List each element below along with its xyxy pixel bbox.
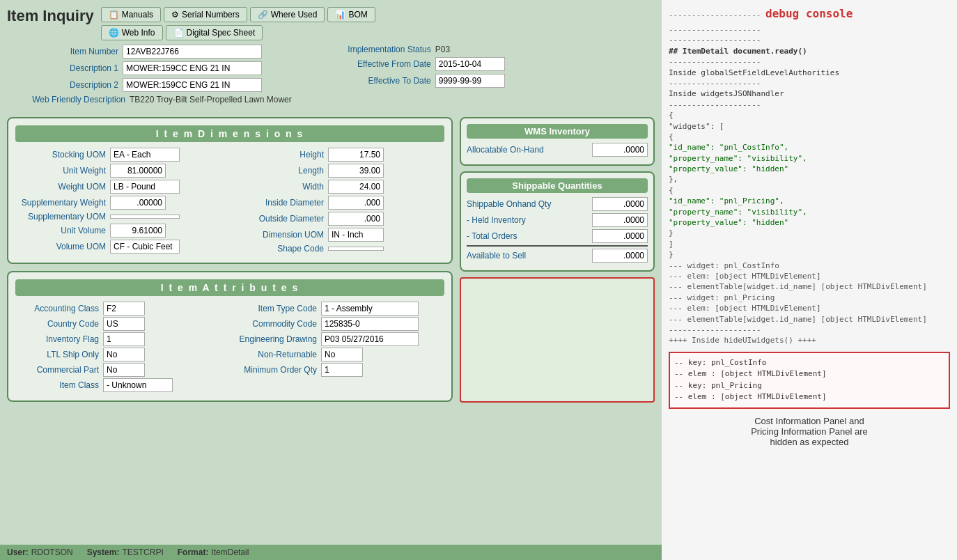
length-row: Length 39.00 [233, 164, 444, 178]
main-content: I t e m D i m e n s i o n s Stocking UOM… [7, 117, 655, 409]
attr-left-col: Accounting Class F2 Country Code US Inve… [15, 302, 226, 394]
debug-line: --- elementTable[widget.id_name] [object… [669, 281, 950, 292]
digital-spec-icon: 📄 [173, 28, 184, 38]
width-label: Width [233, 182, 324, 192]
item-type-value: 1 - Assembly [321, 302, 419, 316]
country-code-value: US [103, 317, 145, 331]
serial-numbers-button[interactable]: ⚙ Serial Numbers [164, 7, 247, 22]
held-inventory-label: - Held Inventory [467, 215, 592, 225]
debug-highlight-line: -- elem : [object HTMLDivElement] [674, 368, 944, 380]
status-bar: User: RDOTSON System: TESTCRPI Format: I… [0, 545, 662, 560]
debug-line: --- widget: pnl_Pricing [669, 293, 950, 303]
ltl-ship-label: LTL Ship Only [15, 350, 99, 359]
supp-uom-label: Supplementary UOM [15, 212, 106, 221]
system-value: TESTCRPI [122, 547, 163, 557]
debug-line: -------------------- [669, 100, 950, 110]
debug-line: ## ItemDetail document.ready() [669, 46, 950, 56]
left-panel: Item Inquiry 📋 Manuals ⚙ Serial Numbers … [0, 0, 662, 560]
debug-console-panel: -------------------- debug console -----… [662, 0, 957, 560]
shippable-title: Shippable Quantities [467, 178, 648, 193]
supp-uom-value [110, 215, 180, 219]
digital-spec-sheet-button[interactable]: 📄 Digital Spec Sheet [166, 25, 263, 40]
accounting-class-row: Accounting Class F2 [15, 302, 226, 316]
debug-line: ++++ Inside hideUIwidgets() ++++ [669, 335, 950, 345]
debug-line: --- elementTable[widget.id_name] [object… [669, 314, 950, 325]
debug-line: -------------------- [669, 78, 950, 88]
weight-uom-label: Weight UOM [15, 182, 106, 192]
allocatable-row: Allocatable On-Hand .0000 [467, 143, 648, 157]
empty-panel [460, 277, 655, 403]
dim-right-col: Height 17.50 Length 39.00 Width 24.00 [233, 148, 444, 256]
height-value: 17.50 [328, 148, 384, 162]
unit-weight-label: Unit Weight [15, 166, 106, 176]
item-info-left: Item Number 12AVB22J766 Description 1 MO… [14, 45, 292, 107]
stocking-uom-value: EA - Each [110, 148, 180, 162]
description2-value: MOWER:159CC ENG 21 IN [123, 78, 262, 92]
shippable-panel: Shippable Quantities Shippable Onhand Qt… [460, 171, 655, 272]
debug-lines-container: ----------------------------------------… [669, 24, 950, 346]
accounting-class-value: F2 [103, 302, 145, 316]
inside-diam-value: .000 [328, 196, 384, 210]
item-class-label: Item Class [15, 380, 99, 390]
outside-diam-value: .000 [328, 212, 384, 226]
format-status: Format: ItemDetail [178, 547, 249, 557]
supp-weight-value: .00000 [110, 196, 166, 210]
effective-to-label: Effective To Date [313, 76, 431, 86]
weight-uom-value: LB - Pound [110, 180, 180, 194]
debug-separator-top: -------------------- [669, 10, 765, 20]
debug-line: "id_name": "pnl_CostInfo", [669, 142, 950, 153]
serial-numbers-icon: ⚙ [171, 10, 179, 20]
debug-note: Cost Information Panel and Pricing Infor… [669, 416, 950, 447]
length-value: 39.00 [328, 164, 384, 178]
outside-diam-label: Outside Diameter [233, 214, 324, 224]
item-type-label: Item Type Code [233, 304, 317, 313]
available-row: Available to Sell .0000 [467, 249, 648, 263]
commercial-part-row: Commercial Part No [15, 363, 226, 377]
debug-line: { [669, 110, 950, 120]
description1-row: Description 1 MOWER:159CC ENG 21 IN [14, 61, 292, 75]
bom-icon: 📊 [335, 10, 345, 20]
where-used-button[interactable]: 🔗 Where Used [250, 7, 325, 22]
manuals-icon: 📋 [109, 10, 119, 20]
supp-weight-row: Supplementary Weight .00000 [15, 196, 226, 210]
web-info-button[interactable]: 🌐 Web Info [101, 25, 163, 40]
supp-weight-label: Supplementary Weight [15, 198, 106, 208]
manuals-button[interactable]: 📋 Manuals [101, 7, 161, 22]
outside-diam-row: Outside Diameter .000 [233, 212, 444, 226]
debug-line: "id_name": "pnl_Pricing", [669, 196, 950, 206]
dimensions-panel: I t e m D i m e n s i o n s Stocking UOM… [7, 117, 453, 264]
effective-from-value: 2015-10-04 [435, 57, 505, 71]
bom-button[interactable]: 📊 BOM [327, 7, 375, 22]
commodity-code-value: 125835-0 [321, 317, 419, 331]
debug-line: Inside globalSetFieldLevelAuthorities [669, 68, 950, 78]
width-row: Width 24.00 [233, 180, 444, 194]
attributes-panel: I t e m A t t r i b u t e s Accounting C… [7, 271, 453, 402]
effective-from-row: Effective From Date 2015-10-04 [313, 57, 505, 71]
debug-highlight-line: -- key: pnl_Pricing [674, 380, 944, 392]
accounting-class-label: Accounting Class [15, 304, 99, 313]
debug-line: "property_value": "hidden" [669, 217, 950, 228]
commodity-code-row: Commodity Code 125835-0 [233, 317, 444, 331]
held-inventory-row: - Held Inventory .0000 [467, 213, 648, 227]
item-class-row: Item Class - Unknown [15, 378, 226, 392]
item-info-section: Item Number 12AVB22J766 Description 1 MO… [7, 40, 655, 111]
inside-diam-label: Inside Diameter [233, 198, 324, 208]
dim-uom-label: Dimension UOM [233, 230, 324, 240]
non-returnable-label: Non-Returnable [233, 350, 317, 359]
debug-line: -------------------- [669, 35, 950, 45]
non-returnable-value: No [321, 348, 363, 361]
effective-to-value: 9999-99-99 [435, 74, 505, 88]
weight-uom-row: Weight UOM LB - Pound [15, 180, 226, 194]
debug-line: "widgets": [ [669, 121, 950, 132]
header-area: Item Inquiry 📋 Manuals ⚙ Serial Numbers … [7, 7, 655, 40]
top-buttons-row: 📋 Manuals ⚙ Serial Numbers 🔗 Where Used … [101, 7, 655, 22]
effective-from-label: Effective From Date [313, 59, 431, 69]
debug-line: "property_value": "hidden" [669, 164, 950, 174]
debug-line: }, [669, 174, 950, 185]
user-status: User: RDOTSON [7, 547, 73, 557]
wms-panel: WMS Inventory Allocatable On-Hand .0000 [460, 117, 655, 166]
held-inventory-value: .0000 [592, 213, 648, 227]
commercial-part-value: No [103, 363, 145, 377]
web-friendly-value: TB220 Troy-Bilt Self-Propelled Lawn Mowe… [130, 95, 292, 104]
stocking-uom-label: Stocking UOM [15, 150, 106, 160]
